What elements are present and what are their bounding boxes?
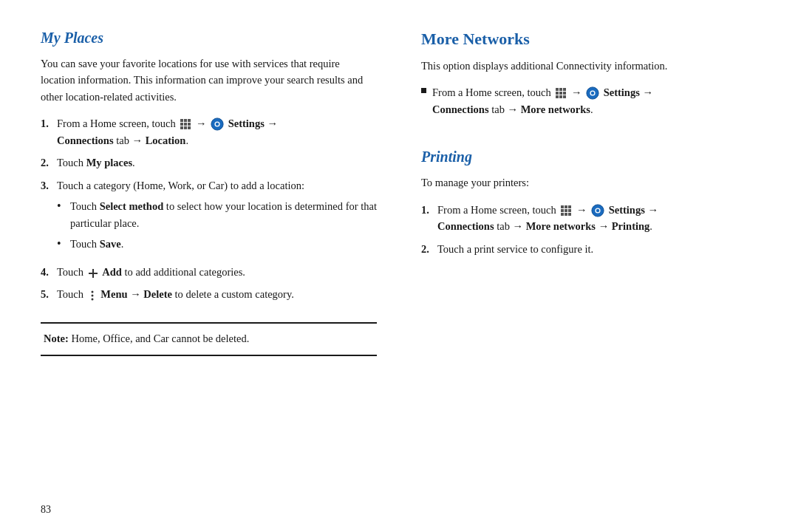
my-places-intro: You can save your favorite locations for… <box>41 55 377 105</box>
svg-rect-0 <box>180 119 183 122</box>
svg-rect-4 <box>184 123 187 126</box>
printing-label: Printing <box>612 220 650 232</box>
svg-rect-20 <box>556 92 559 95</box>
more-networks-bullet: From a Home screen, touch → <box>421 84 757 117</box>
bullet-2: • Touch Save. <box>57 236 377 253</box>
svg-point-14 <box>91 291 93 293</box>
bullet-dot-1: • <box>57 197 70 216</box>
page-number: 83 <box>41 504 51 516</box>
svg-rect-21 <box>559 92 562 95</box>
svg-rect-8 <box>188 126 191 129</box>
plus-icon <box>88 268 98 279</box>
step-2: 2. Touch My places. <box>41 154 377 171</box>
step-4-num: 4. <box>41 264 57 280</box>
svg-point-40 <box>596 208 600 212</box>
bullet-1: • Touch Select method to select how your… <box>57 198 377 231</box>
settings-label-2: Settings → <box>604 86 653 98</box>
left-column: My Places You can save your favorite loc… <box>41 30 377 502</box>
step-5-content: Touch Menu → Delete to delete a custom c… <box>57 286 377 302</box>
step-3-bullets: • Touch Select method to select how your… <box>57 198 377 253</box>
svg-point-15 <box>91 295 93 297</box>
step-4: 4. Touch Add to add additional categorie… <box>41 264 377 280</box>
svg-rect-36 <box>565 213 567 216</box>
my-places-title: My Places <box>41 30 377 47</box>
svg-rect-25 <box>563 95 566 98</box>
svg-rect-5 <box>188 123 191 126</box>
printing-section: Printing To manage your printers: 1. Fro… <box>421 149 757 263</box>
settings-icon-3 <box>591 204 604 217</box>
page-container: My Places You can save your favorite loc… <box>0 0 798 532</box>
more-networks-title: More Networks <box>421 30 757 49</box>
more-networks-section: More Networks This option displays addit… <box>421 30 757 125</box>
apps-icon-2 <box>555 87 567 99</box>
svg-point-28 <box>591 92 595 95</box>
my-places-label: My places <box>86 157 132 168</box>
bullet-1-text: Touch Select method to select how your l… <box>70 198 377 231</box>
apps-icon <box>180 118 191 130</box>
more-networks-label: More networks <box>521 103 590 115</box>
svg-point-16 <box>91 299 93 301</box>
step-5-num: 5. <box>41 286 57 302</box>
svg-rect-22 <box>563 92 566 95</box>
svg-rect-24 <box>559 95 562 98</box>
bullet-dot-2: • <box>57 235 70 253</box>
connections-label-2: Connections <box>432 103 489 115</box>
more-networks-bullet-text: From a Home screen, touch → <box>432 84 653 117</box>
location-label: Location <box>146 134 186 146</box>
step-1: 1. From a Home screen, touch → <box>41 115 377 149</box>
print-step-2: 2. Touch a print service to configure it… <box>421 241 757 257</box>
settings-icon <box>211 117 224 131</box>
note-box: Note: Home, Office, and Car cannot be de… <box>41 322 377 356</box>
svg-rect-23 <box>556 95 559 98</box>
connections-label: Connections <box>57 134 114 146</box>
step-2-content: Touch My places. <box>57 154 377 171</box>
step-3: 3. Touch a category (Home, Work, or Car)… <box>41 177 377 258</box>
print-step-1: 1. From a Home screen, touch <box>421 202 757 235</box>
svg-rect-35 <box>561 213 564 216</box>
svg-rect-18 <box>559 88 562 91</box>
more-networks-intro: This option displays additional Connecti… <box>421 58 757 74</box>
add-label: Add <box>102 266 122 278</box>
svg-rect-3 <box>180 123 183 126</box>
note-label: Note: <box>44 332 69 344</box>
settings-icon-2 <box>586 86 599 100</box>
svg-rect-6 <box>180 126 183 129</box>
printing-title: Printing <box>421 149 757 166</box>
bullet-2-text: Touch Save. <box>70 236 123 252</box>
right-column: More Networks This option displays addit… <box>421 30 757 502</box>
step-4-content: Touch Add to add additional categories. <box>57 264 377 280</box>
settings-label-3: Settings → <box>609 204 658 216</box>
svg-rect-17 <box>556 88 559 91</box>
print-step-1-content: From a Home screen, touch → <box>437 202 757 235</box>
printing-intro: To manage your printers: <box>421 174 757 191</box>
square-bullet-icon <box>421 88 426 93</box>
svg-rect-32 <box>561 209 564 212</box>
step-3-num: 3. <box>41 177 57 194</box>
svg-point-11 <box>216 123 219 126</box>
my-places-steps: 1. From a Home screen, touch → <box>41 115 377 309</box>
step-1-num: 1. <box>41 115 57 132</box>
step-2-num: 2. <box>41 154 57 171</box>
step-1-content: From a Home screen, touch → <box>57 115 377 149</box>
menu-label: Menu <box>100 288 127 300</box>
step-5: 5. Touch Menu → Delete to delete a custo… <box>41 286 377 302</box>
svg-rect-29 <box>561 205 564 208</box>
settings-label: Settings → <box>228 117 278 129</box>
delete-label: Delete <box>143 288 172 300</box>
svg-rect-33 <box>565 209 567 212</box>
print-step-2-content: Touch a print service to configure it. <box>437 241 757 257</box>
print-step-1-num: 1. <box>421 202 437 218</box>
printing-steps: 1. From a Home screen, touch <box>421 202 757 257</box>
svg-rect-13 <box>89 273 98 274</box>
svg-rect-19 <box>563 88 566 91</box>
svg-rect-30 <box>565 205 567 208</box>
svg-rect-2 <box>188 119 191 122</box>
apps-icon-3 <box>560 205 572 216</box>
svg-rect-7 <box>184 126 187 129</box>
svg-rect-37 <box>568 213 571 216</box>
more-networks-label-2: More networks <box>526 220 596 232</box>
svg-rect-34 <box>568 209 571 212</box>
note-text: Home, Office, and Car cannot be deleted. <box>71 332 249 344</box>
connections-label-3: Connections <box>437 220 494 232</box>
svg-rect-31 <box>568 205 571 208</box>
